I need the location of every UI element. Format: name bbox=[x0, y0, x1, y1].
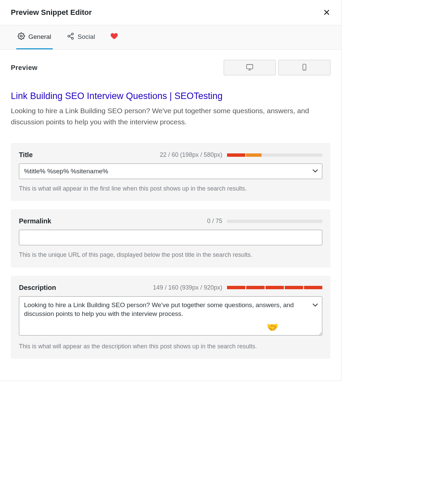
title-input[interactable] bbox=[19, 164, 322, 179]
progress-segment bbox=[246, 286, 265, 289]
permalink-counter: 0 / 75 bbox=[207, 218, 222, 225]
title-field-header: Title 22 / 60 (198px / 580px) bbox=[19, 151, 322, 159]
title-field-card: Title 22 / 60 (198px / 580px) This is wh… bbox=[11, 143, 330, 201]
permalink-helper-text: This is the unique URL of this page, dis… bbox=[19, 251, 322, 259]
mobile-preview-button[interactable] bbox=[278, 60, 330, 75]
permalink-field-card: Permalink 0 / 75 This is the unique URL … bbox=[11, 209, 330, 267]
progress-segment bbox=[304, 286, 322, 289]
panel-header: Preview Snippet Editor ✕ bbox=[0, 0, 341, 25]
svg-point-2 bbox=[68, 35, 70, 37]
progress-segment bbox=[227, 153, 245, 157]
panel-title: Preview Snippet Editor bbox=[11, 8, 92, 17]
svg-line-4 bbox=[69, 36, 71, 38]
preview-header: Preview bbox=[11, 60, 330, 75]
svg-line-5 bbox=[69, 34, 71, 35]
title-helper-text: This is what will appear in the first li… bbox=[19, 184, 322, 193]
description-counter: 149 / 160 (939px / 920px) bbox=[153, 284, 222, 291]
svg-rect-6 bbox=[247, 64, 253, 69]
progress-segment bbox=[227, 286, 245, 289]
tab-favorite[interactable] bbox=[109, 25, 119, 49]
permalink-progress-bar bbox=[227, 220, 322, 223]
permalink-input[interactable] bbox=[19, 230, 322, 245]
svg-point-3 bbox=[71, 37, 73, 39]
close-button[interactable]: ✕ bbox=[323, 8, 330, 17]
description-field-header: Description 149 / 160 (939px / 920px) bbox=[19, 284, 322, 292]
description-input-row: 🤝 bbox=[19, 296, 322, 337]
tab-social[interactable]: Social bbox=[66, 25, 97, 49]
share-icon bbox=[67, 32, 74, 42]
title-counter: 22 / 60 (198px / 580px) bbox=[160, 151, 222, 158]
description-helper-text: This is what will appear as the descript… bbox=[19, 342, 322, 351]
preview-label: Preview bbox=[11, 64, 38, 72]
mobile-icon bbox=[301, 64, 308, 72]
progress-segment bbox=[285, 286, 303, 289]
handshake-emoji: 🤝 bbox=[267, 322, 278, 333]
serp-description: Looking to hire a Link Building SEO pers… bbox=[11, 105, 330, 127]
permalink-input-row bbox=[19, 230, 322, 245]
title-field-label: Title bbox=[19, 151, 33, 159]
heart-icon bbox=[110, 33, 118, 41]
content-area: Preview Link Building SEO Interview Ques… bbox=[0, 50, 341, 380]
permalink-field-header: Permalink 0 / 75 bbox=[19, 217, 322, 225]
progress-segment bbox=[266, 286, 284, 289]
tab-social-label: Social bbox=[78, 33, 95, 41]
gear-icon bbox=[18, 32, 25, 42]
permalink-field-label: Permalink bbox=[19, 217, 51, 225]
tabs: General Social bbox=[0, 25, 341, 50]
svg-point-0 bbox=[20, 35, 22, 37]
description-field-card: Description 149 / 160 (939px / 920px) bbox=[11, 276, 330, 359]
svg-point-1 bbox=[71, 33, 73, 35]
desktop-icon bbox=[246, 64, 253, 72]
desktop-preview-button[interactable] bbox=[224, 60, 276, 75]
tab-general[interactable]: General bbox=[16, 25, 53, 49]
close-icon: ✕ bbox=[323, 7, 330, 18]
description-progress-bar bbox=[227, 286, 322, 289]
device-toggle bbox=[224, 60, 330, 75]
description-field-label: Description bbox=[19, 284, 56, 292]
serp-title: Link Building SEO Interview Questions | … bbox=[11, 90, 330, 102]
tab-general-label: General bbox=[28, 33, 51, 41]
progress-segment bbox=[246, 153, 262, 157]
title-input-row bbox=[19, 164, 322, 179]
title-progress-bar bbox=[227, 153, 322, 157]
snippet-editor-panel: Preview Snippet Editor ✕ General Social … bbox=[0, 0, 342, 381]
serp-preview: Link Building SEO Interview Questions | … bbox=[11, 90, 330, 127]
